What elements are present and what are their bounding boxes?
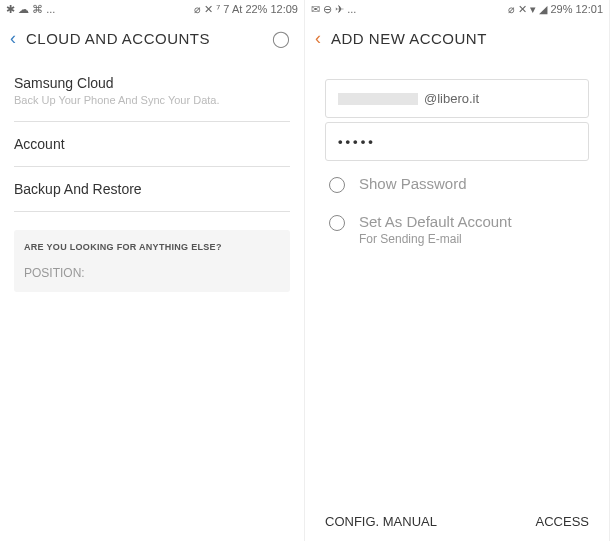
option-sublabel: For Sending E-mail <box>359 232 585 246</box>
header: ‹ ADD NEW ACCOUNT <box>305 18 609 59</box>
email-redacted <box>338 93 418 105</box>
header: ‹ CLOUD AND ACCOUNTS ◯ <box>0 18 304 59</box>
status-right-info: ⌀ ✕ ▾ ◢ 29% 12:01 <box>508 3 603 16</box>
access-button[interactable]: ACCESS <box>536 514 589 529</box>
password-field[interactable]: ••••• <box>325 122 589 161</box>
back-button[interactable]: ‹ <box>10 28 16 49</box>
item-title: Samsung Cloud <box>14 75 290 91</box>
status-right-info: ⌀ ✕ ⁷ 7 At 22% 12:09 <box>194 3 298 16</box>
option-text: Show Password <box>359 175 585 192</box>
item-subtitle: Back Up Your Phone And Sync Your Data. <box>14 93 290 107</box>
item-samsung-cloud[interactable]: Samsung Cloud Back Up Your Phone And Syn… <box>14 59 290 122</box>
content-list: Samsung Cloud Back Up Your Phone And Syn… <box>0 59 304 541</box>
bottom-actions: CONFIG. MANUAL ACCESS <box>305 502 609 541</box>
page-title: ADD NEW ACCOUNT <box>331 30 595 47</box>
item-backup-restore[interactable]: Backup And Restore <box>14 167 290 212</box>
option-label: Set As Default Account <box>359 213 585 230</box>
item-account[interactable]: Account <box>14 122 290 167</box>
search-position-label: POSITION: <box>24 266 280 280</box>
radio-icon[interactable] <box>329 177 345 193</box>
email-domain: @libero.it <box>424 91 479 106</box>
show-password-option[interactable]: Show Password <box>325 165 589 203</box>
status-bar: ✉ ⊖ ✈ ... ⌀ ✕ ▾ ◢ 29% 12:01 <box>305 0 609 18</box>
option-label: Show Password <box>359 175 585 192</box>
default-account-option[interactable]: Set As Default Account For Sending E-mai… <box>325 203 589 256</box>
status-left-icons: ✱ ☁ ⌘ ... <box>6 3 55 16</box>
search-suggestion-box: ARE YOU LOOKING FOR ANYTHING ELSE? POSIT… <box>14 230 290 292</box>
search-heading: ARE YOU LOOKING FOR ANYTHING ELSE? <box>24 242 280 252</box>
password-value: ••••• <box>338 134 376 149</box>
screen-add-account: ✉ ⊖ ✈ ... ⌀ ✕ ▾ ◢ 29% 12:01 ‹ ADD NEW AC… <box>305 0 610 541</box>
search-icon[interactable]: ◯ <box>272 29 290 48</box>
back-button[interactable]: ‹ <box>315 28 321 49</box>
option-text: Set As Default Account For Sending E-mai… <box>359 213 585 246</box>
page-title: CLOUD AND ACCOUNTS <box>26 30 262 47</box>
radio-icon[interactable] <box>329 215 345 231</box>
config-manual-button[interactable]: CONFIG. MANUAL <box>325 514 437 529</box>
account-form: @libero.it ••••• Show Password Set As De… <box>305 59 609 256</box>
item-title: Account <box>14 136 290 152</box>
item-title: Backup And Restore <box>14 181 290 197</box>
email-field[interactable]: @libero.it <box>325 79 589 118</box>
screen-cloud-accounts: ✱ ☁ ⌘ ... ⌀ ✕ ⁷ 7 At 22% 12:09 ‹ CLOUD A… <box>0 0 305 541</box>
status-bar: ✱ ☁ ⌘ ... ⌀ ✕ ⁷ 7 At 22% 12:09 <box>0 0 304 18</box>
status-left-icons: ✉ ⊖ ✈ ... <box>311 3 356 16</box>
